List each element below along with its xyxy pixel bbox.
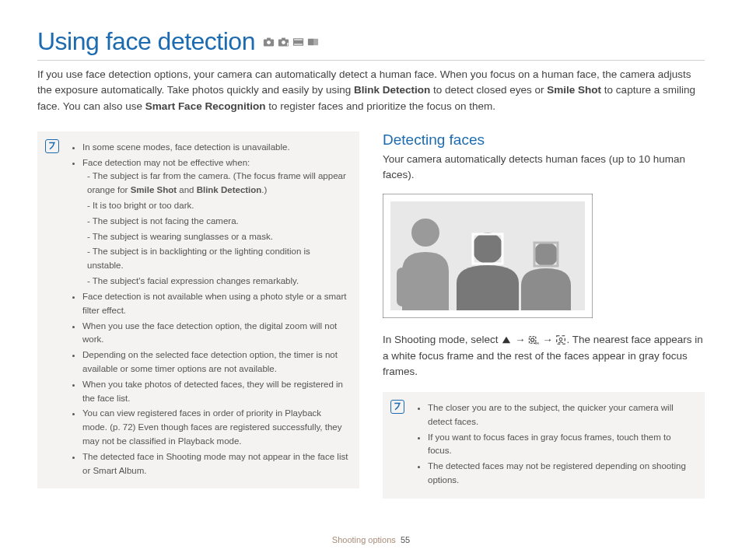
svg-point-21	[531, 338, 534, 341]
note-subitem: The subject's facial expression changes …	[87, 275, 348, 289]
note-item: The detected faces may not be registered…	[428, 460, 694, 488]
svg-rect-23	[557, 336, 565, 345]
svg-rect-1	[267, 37, 271, 39]
arrow-2: →	[542, 334, 553, 345]
svg-rect-4	[282, 37, 285, 39]
svg-rect-8	[294, 39, 303, 40]
right-notes-list: The closer you are to the subject, the q…	[417, 401, 694, 488]
note-item: If you want to focus faces in gray focus…	[428, 431, 694, 459]
note-icon	[45, 139, 59, 153]
svg-rect-9	[294, 44, 303, 44]
footer-page: 55	[401, 535, 410, 544]
svg-point-5	[282, 40, 285, 44]
steps-pre: In Shooting mode, select	[383, 334, 501, 345]
note-item: Face detection may not be effective when…	[82, 156, 348, 289]
note-item: The closer you are to the subject, the q…	[428, 401, 694, 429]
title-text: Using face detection	[37, 27, 255, 56]
face-detect-icon	[555, 335, 566, 345]
left-notes-list: In some scene modes, face detection is u…	[72, 141, 348, 478]
title-divider	[37, 60, 705, 61]
left-note-box: In some scene modes, face detection is u…	[37, 131, 359, 489]
note-icon	[390, 400, 404, 414]
note-item: Face detection is not available when usi…	[82, 290, 348, 318]
svg-text:OFF: OFF	[535, 342, 540, 345]
note-subitem: The subject is wearing sunglasses or a m…	[87, 230, 348, 244]
svg-rect-15	[397, 268, 408, 306]
intro-paragraph: If you use face detection options, your …	[37, 67, 705, 114]
right-note-box: The closer you are to the subject, the q…	[383, 392, 705, 499]
detecting-faces-heading: Detecting faces	[383, 131, 705, 149]
page-footer: Shooting options 55	[0, 535, 742, 544]
page-title: Using face detection P	[37, 27, 705, 56]
svg-point-16	[472, 233, 503, 264]
note-item: Depending on the selected face detection…	[82, 348, 348, 376]
svg-text:P: P	[287, 41, 289, 46]
svg-rect-11	[313, 38, 318, 44]
footer-section: Shooting options	[332, 535, 396, 544]
note-subitem: It is too bright or too dark.	[87, 199, 348, 213]
note-subitem: The subject is in backlighting or the li…	[87, 245, 348, 273]
camera-p-icon: P	[278, 37, 289, 47]
faces-illustration	[383, 194, 593, 318]
note-item: You can view registered faces in order o…	[82, 407, 348, 448]
mode-icons: P	[263, 37, 319, 47]
arrow-1: →	[515, 334, 526, 345]
svg-point-2	[267, 40, 271, 44]
note-subitem: The subject is far from the camera. (The…	[87, 170, 348, 198]
scene-icon	[292, 37, 304, 47]
svg-point-18	[534, 242, 558, 267]
detecting-faces-lead: Your camera automatically detects human …	[383, 152, 705, 184]
up-triangle-icon	[501, 335, 512, 345]
face-off-icon: OFF	[528, 335, 539, 345]
note-item: When you take photos of detected faces, …	[82, 378, 348, 406]
note-subitem: The subject is not facing the camera.	[87, 215, 348, 229]
detecting-faces-steps: In Shooting mode, select → OFF → . The n…	[383, 332, 705, 380]
note-item: When you use the face detection option, …	[82, 320, 348, 348]
camera-icon	[263, 37, 275, 47]
note-item: The detected face in Shooting mode may n…	[82, 450, 348, 478]
dual-icon	[307, 37, 319, 47]
note-item: In some scene modes, face detection is u…	[82, 141, 348, 155]
svg-point-14	[411, 219, 439, 247]
svg-point-24	[560, 338, 563, 341]
